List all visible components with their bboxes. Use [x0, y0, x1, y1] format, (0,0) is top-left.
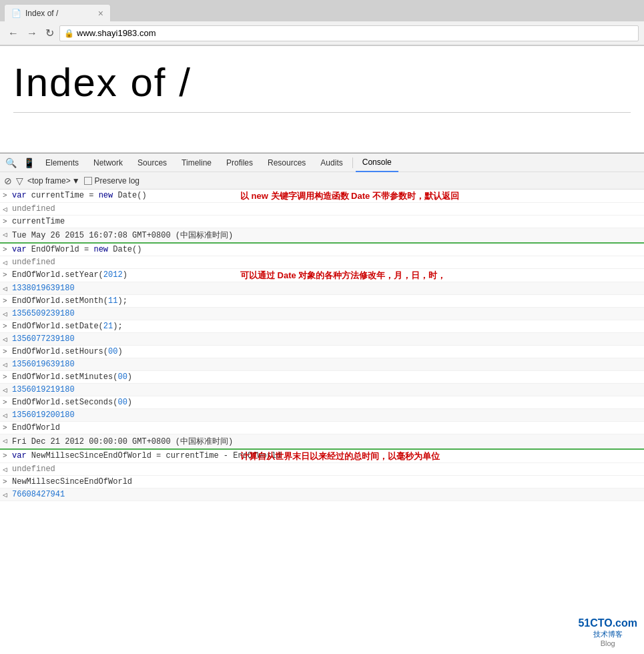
- url-bar[interactable]: 🔒 www.shayi1983.com: [59, 25, 639, 41]
- entry-arrow: >: [3, 477, 12, 486]
- entry-arrow: >: [3, 398, 12, 406]
- nav-bar: ← → ↻ 🔒 www.shayi1983.com: [0, 21, 644, 45]
- entry-arrow: >: [3, 372, 12, 381]
- console-entry: ◁ Tue May 26 2015 16:07:08 GMT+0800 (中国标…: [0, 228, 644, 244]
- entry-arrow: ◁: [3, 464, 12, 474]
- entry-text: currentTime: [12, 217, 641, 226]
- tab-title: Index of /: [25, 9, 58, 18]
- entry-arrow: >: [3, 451, 12, 460]
- entry-arrow: >: [3, 347, 12, 356]
- console-entry: ◁ undefined: [0, 256, 644, 269]
- console-entry: > EndOfWorld.setDate(21);: [0, 320, 644, 333]
- console-entry: > EndOfWorld.setHours(00): [0, 346, 644, 358]
- entry-arrow: ◁: [3, 204, 12, 214]
- entry-text: 1356019219180: [12, 385, 641, 394]
- console-entry: ◁ undefined: [0, 463, 644, 476]
- entry-text: EndOfWorld.setSeconds(00): [12, 398, 641, 407]
- browser-tab[interactable]: 📄 Index of / ×: [4, 4, 111, 21]
- entry-text: 1356509239180: [12, 309, 641, 318]
- devtools-panel: 🔍 📱 Elements Network Sources Timeline Pr…: [0, 153, 644, 501]
- entry-arrow: >: [3, 423, 12, 432]
- url-lock-icon: 🔒: [64, 29, 74, 38]
- entry-text: EndOfWorld: [12, 423, 641, 432]
- devtools-tab-bar: 🔍 📱 Elements Network Sources Timeline Pr…: [0, 153, 644, 172]
- entry-text: var EndOfWorld = new Date(): [12, 245, 641, 254]
- tab-sources[interactable]: Sources: [131, 153, 174, 172]
- console-entry: ◁ 1356019219180: [0, 384, 644, 396]
- entry-text: undefined: [12, 204, 641, 214]
- refresh-button[interactable]: ↻: [43, 25, 57, 41]
- entry-arrow: ◁: [3, 436, 12, 445]
- back-button[interactable]: ←: [5, 26, 21, 41]
- console-entry: > EndOfWorld.setSeconds(00): [0, 396, 644, 409]
- console-toolbar: ⊘ ▽ <top frame> ▼ Preserve log: [0, 172, 644, 190]
- tab-close-button[interactable]: ×: [98, 8, 103, 19]
- entry-arrow: ◁: [3, 385, 12, 394]
- frame-selector[interactable]: <top frame> ▼: [27, 176, 80, 186]
- entry-arrow: ◁: [3, 334, 12, 344]
- entry-text: Tue May 26 2015 16:07:08 GMT+0800 (中国标准时…: [12, 230, 641, 241]
- console-entry: > EndOfWorld.setMonth(11);: [0, 295, 644, 308]
- entry-text: EndOfWorld.setMinutes(00): [12, 372, 641, 382]
- url-text: www.shayi1983.com: [77, 28, 156, 38]
- console-entry: ◁ Fri Dec 21 2012 00:00:00 GMT+0800 (中国标…: [0, 434, 644, 450]
- entry-text: undefined: [12, 258, 641, 267]
- page-content: Index of /: [0, 46, 644, 153]
- entry-text: EndOfWorld.setDate(21);: [12, 322, 641, 331]
- frame-dropdown-icon: ▼: [72, 176, 80, 186]
- entry-text: 1356077239180: [12, 334, 641, 344]
- entry-text: EndOfWorld.setMonth(11);: [12, 296, 641, 306]
- entry-arrow: ◁: [3, 360, 12, 369]
- page-title: Index of /: [13, 59, 631, 105]
- entry-arrow: >: [3, 245, 12, 254]
- clear-console-icon[interactable]: ⊘: [4, 176, 12, 186]
- preserve-log-label: Preserve log: [95, 176, 139, 186]
- console-entry: > NewMillsecSinceEndOfWorld: [0, 476, 644, 488]
- entry-arrow: ◁: [3, 490, 12, 499]
- frame-label: <top frame>: [27, 176, 71, 186]
- tab-bar: 📄 Index of / ×: [0, 0, 644, 21]
- tab-elements[interactable]: Elements: [39, 153, 85, 172]
- console-entry: > var currentTime = new Date() 以 new 关键字…: [0, 190, 644, 203]
- search-icon[interactable]: 🔍: [3, 156, 19, 170]
- tab-profiles[interactable]: Profiles: [220, 153, 260, 172]
- entry-text: 1356019639180: [12, 360, 641, 369]
- console-entries: > var currentTime = new Date() 以 new 关键字…: [0, 190, 644, 501]
- console-entry: > EndOfWorld.setMinutes(00): [0, 371, 644, 384]
- entry-arrow: ◁: [3, 230, 12, 239]
- entry-arrow: >: [3, 322, 12, 330]
- tab-network[interactable]: Network: [87, 153, 129, 172]
- tab-divider: [352, 157, 353, 168]
- browser-chrome: 📄 Index of / × ← → ↻ 🔒 www.shayi1983.com: [0, 0, 644, 46]
- entry-text: Fri Dec 21 2012 00:00:00 GMT+0800 (中国标准时…: [12, 436, 641, 447]
- console-entry: > currentTime: [0, 216, 644, 228]
- console-entry: ◁ 1356019200180: [0, 409, 644, 422]
- entry-text: EndOfWorld.setHours(00): [12, 347, 641, 356]
- preserve-log-check: [84, 177, 92, 185]
- forward-button[interactable]: →: [24, 26, 40, 41]
- tab-audits[interactable]: Audits: [314, 153, 349, 172]
- console-entry: ◁ 1338019639180: [0, 282, 644, 295]
- page-divider: [13, 112, 631, 113]
- entry-text: 1338019639180: [12, 284, 641, 293]
- console-entry: ◁ 76608427941: [0, 488, 644, 501]
- console-entry: ◁ 1356019639180: [0, 358, 644, 371]
- entry-text: undefined: [12, 464, 641, 474]
- entry-text: 1356019200180: [12, 410, 641, 420]
- entry-arrow: ◁: [3, 284, 12, 293]
- tab-console[interactable]: Console: [356, 153, 398, 172]
- console-entry: > var NewMillsecSinceEndOfWorld = curren…: [0, 450, 644, 463]
- entry-arrow: ◁: [3, 410, 12, 420]
- tab-resources[interactable]: Resources: [261, 153, 312, 172]
- filter-icon[interactable]: ▽: [16, 176, 23, 186]
- mobile-icon[interactable]: 📱: [21, 156, 37, 170]
- tab-timeline[interactable]: Timeline: [175, 153, 218, 172]
- entry-arrow: >: [3, 191, 12, 200]
- entry-arrow: >: [3, 270, 12, 279]
- preserve-log-checkbox[interactable]: Preserve log: [84, 176, 139, 186]
- entry-text: 76608427941: [12, 490, 641, 499]
- console-entry: ◁ undefined: [0, 203, 644, 216]
- annotation-3: 计算自从世界末日以来经过的总时间，以毫秒为单位: [240, 450, 440, 464]
- entry-text: NewMillsecSinceEndOfWorld: [12, 477, 641, 486]
- console-entry: ◁ 1356077239180: [0, 333, 644, 346]
